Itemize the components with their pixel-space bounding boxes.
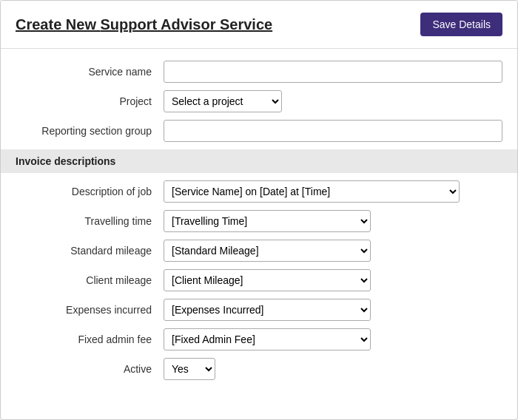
project-select[interactable]: Select a project [164, 90, 282, 112]
section-header: Invoice descriptions [1, 149, 517, 173]
service-name-row: Service name [1, 61, 517, 83]
expenses-row: Expenses incurred [Expenses Incurred] [1, 299, 517, 321]
mileage-label: Standard mileage [16, 245, 164, 257]
fixed-admin-row: Fixed admin fee [Fixed Admin Fee] [1, 328, 517, 350]
travelling-row: Travelling time [Travelling Time] [1, 210, 517, 232]
active-row: Active Yes No [1, 358, 517, 380]
main-window: Create New Support Advisor Service Save … [0, 0, 518, 420]
client-mileage-row: Client mileage [Client Mileage] [1, 269, 517, 291]
description-select[interactable]: [Service Name] on [Date] at [Time] [164, 180, 460, 203]
save-button[interactable]: Save Details [420, 13, 502, 36]
travelling-select[interactable]: [Travelling Time] [164, 210, 371, 232]
active-select[interactable]: Yes No [164, 358, 215, 380]
description-row: Description of job [Service Name] on [Da… [1, 180, 517, 203]
mileage-select[interactable]: [Standard Mileage] [164, 240, 371, 262]
travelling-label: Travelling time [16, 215, 164, 227]
service-name-input[interactable] [164, 61, 502, 83]
page-header: Create New Support Advisor Service Save … [1, 1, 517, 49]
reporting-input[interactable] [164, 120, 502, 142]
page-title: Create New Support Advisor Service [16, 16, 272, 33]
form-body: Service name Project Select a project Re… [1, 49, 517, 380]
fixed-admin-label: Fixed admin fee [16, 333, 164, 345]
reporting-row: Reporting section group [1, 120, 517, 142]
project-label: Project [16, 95, 164, 107]
description-label: Description of job [16, 186, 164, 197]
expenses-select[interactable]: [Expenses Incurred] [164, 299, 371, 321]
client-mileage-label: Client mileage [16, 274, 164, 286]
expenses-label: Expenses incurred [16, 304, 164, 316]
reporting-label: Reporting section group [16, 125, 164, 137]
service-name-label: Service name [16, 66, 164, 78]
active-label: Active [16, 363, 164, 375]
mileage-row: Standard mileage [Standard Mileage] [1, 240, 517, 262]
client-mileage-select[interactable]: [Client Mileage] [164, 269, 371, 291]
project-row: Project Select a project [1, 90, 517, 112]
fixed-admin-select[interactable]: [Fixed Admin Fee] [164, 328, 371, 350]
